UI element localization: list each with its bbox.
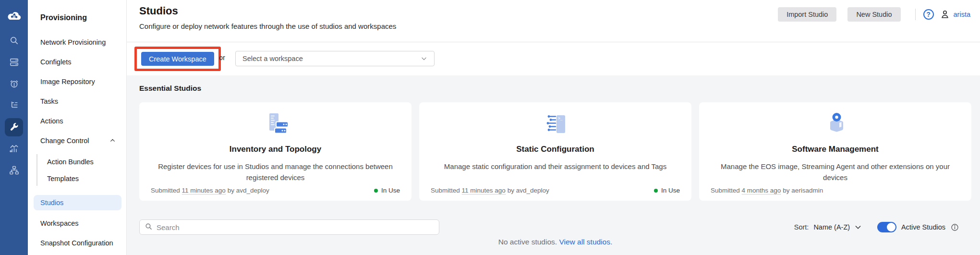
username-link[interactable]: arista xyxy=(954,11,970,18)
submitted-time[interactable]: 11 minutes ago xyxy=(182,187,226,194)
sidebar-item-change-control[interactable]: Change Control xyxy=(28,131,126,150)
studio-card-description: Register devices for use in Studios and … xyxy=(151,161,400,183)
section-heading: Essential Studios xyxy=(139,84,201,93)
sidebar: Provisioning Network Provisioning Config… xyxy=(28,0,127,255)
user-icon[interactable] xyxy=(940,9,950,20)
search-icon[interactable] xyxy=(0,30,28,51)
studio-cards: Inventory and Topology Register devices … xyxy=(139,102,971,201)
studio-card-title: Inventory and Topology xyxy=(230,145,321,154)
software-management-icon xyxy=(822,111,849,140)
dashboards-icon[interactable] xyxy=(0,138,28,159)
chevron-up-icon[interactable] xyxy=(109,137,116,144)
search-box[interactable] xyxy=(139,219,439,235)
cloudvision-logo[interactable] xyxy=(6,0,22,30)
submitted-info: Submitted 11 minutes ago by avd_deploy xyxy=(151,187,269,194)
help-icon[interactable]: ? xyxy=(923,9,934,20)
view-all-studios-link[interactable]: View all studios. xyxy=(559,238,612,246)
chevron-down-icon xyxy=(421,55,427,62)
workspace-bar: Create Workspace or Select a workspace xyxy=(127,42,980,75)
page-subtitle: Configure or deploy network features thr… xyxy=(139,22,396,30)
toggle-knob xyxy=(887,223,895,231)
studio-card-static-configuration[interactable]: >_ Static Configuration Manage static co… xyxy=(419,102,691,201)
workspace-select[interactable]: Select a workspace xyxy=(235,51,435,66)
tasks-icon[interactable] xyxy=(0,95,28,116)
in-use-dot-icon xyxy=(654,189,658,193)
sidebar-item-studios[interactable]: Studios xyxy=(34,195,121,210)
inventory-topology-icon xyxy=(262,111,289,140)
submitted-time[interactable]: 4 months ago xyxy=(742,187,781,194)
create-workspace-button[interactable]: Create Workspace xyxy=(141,52,214,66)
info-icon[interactable] xyxy=(950,223,959,232)
search-icon xyxy=(145,222,153,232)
search-input[interactable] xyxy=(157,223,434,231)
provisioning-wrench-icon[interactable] xyxy=(0,116,28,138)
events-icon[interactable] xyxy=(0,73,28,95)
sidebar-heading: Provisioning xyxy=(28,0,126,23)
status-badge: In Use xyxy=(374,187,400,194)
studio-card-title: Static Configuration xyxy=(516,145,594,154)
studio-card-footer: Submitted 11 minutes ago by avd_deploy I… xyxy=(431,187,680,194)
page-header: Studios Configure or deploy network feat… xyxy=(127,0,980,42)
highlight-annotation-box: Create Workspace xyxy=(134,47,221,71)
topology-icon[interactable] xyxy=(0,159,28,181)
studio-card-title: Software Management xyxy=(792,145,878,154)
submitted-info: Submitted 4 months ago by aerisadmin xyxy=(711,187,823,194)
subgroup-guide-line xyxy=(36,154,37,186)
sidebar-item-configlets[interactable]: Configlets xyxy=(28,52,126,72)
sidebar-nav-list: Network Provisioning Configlets Image Re… xyxy=(28,32,126,253)
main-content: Studios Configure or deploy network feat… xyxy=(127,0,980,255)
chevron-down-icon[interactable] xyxy=(854,223,862,231)
empty-message: No active studios. xyxy=(498,238,557,246)
studio-card-footer: Submitted 4 months ago by aerisadmin xyxy=(711,187,960,194)
workspace-select-placeholder: Select a workspace xyxy=(242,55,303,62)
sidebar-item-network-provisioning[interactable]: Network Provisioning xyxy=(28,32,126,52)
sidebar-item-templates[interactable]: Templates xyxy=(28,170,126,187)
page-title: Studios xyxy=(139,5,178,17)
studios-toolbar: Sort: Name (A-Z) Active Studios xyxy=(127,219,980,235)
submitted-time[interactable]: 11 minutes ago xyxy=(462,187,506,194)
header-actions: Import Studio New Studio ? arista xyxy=(778,7,970,22)
sidebar-item-image-repository[interactable]: Image Repository xyxy=(28,72,126,91)
devices-icon[interactable] xyxy=(0,51,28,73)
studio-card-description: Manage the EOS image, Streaming Agent an… xyxy=(711,161,960,183)
studio-card-footer: Submitted 11 minutes ago by avd_deploy I… xyxy=(151,187,400,194)
studio-card-description: Manage static configuration and their as… xyxy=(444,161,666,172)
studio-card-software-management[interactable]: Software Management Manage the EOS image… xyxy=(699,102,971,201)
sort-label: Sort: xyxy=(794,223,809,231)
sidebar-item-action-bundles[interactable]: Action Bundles xyxy=(28,153,126,170)
import-studio-button[interactable]: Import Studio xyxy=(778,7,836,22)
sort-filter-cluster: Sort: Name (A-Z) Active Studios xyxy=(794,219,959,235)
icon-rail xyxy=(0,0,28,255)
static-configuration-icon: >_ xyxy=(542,111,569,140)
app-root: Provisioning Network Provisioning Config… xyxy=(0,0,980,255)
header-divider xyxy=(915,9,916,20)
submitted-info: Submitted 11 minutes ago by avd_deploy xyxy=(431,187,549,194)
sort-value[interactable]: Name (A-Z) xyxy=(813,223,850,231)
sidebar-item-snapshot-configuration[interactable]: Snapshot Configuration xyxy=(28,233,126,253)
or-label: or xyxy=(219,54,225,61)
empty-state: No active studios. View all studios. xyxy=(139,238,971,246)
active-studios-toggle[interactable] xyxy=(877,222,896,232)
new-studio-button[interactable]: New Studio xyxy=(847,7,900,22)
sidebar-item-tasks[interactable]: Tasks xyxy=(28,91,126,111)
sidebar-item-actions[interactable]: Actions xyxy=(28,111,126,131)
status-badge: In Use xyxy=(654,187,680,194)
in-use-dot-icon xyxy=(374,189,378,193)
svg-text:>_: >_ xyxy=(558,116,563,121)
essential-studios-section: Essential Studios xyxy=(127,75,980,255)
sidebar-item-workspaces[interactable]: Workspaces xyxy=(28,213,126,233)
active-studios-label: Active Studios xyxy=(901,223,945,231)
studio-card-inventory-topology[interactable]: Inventory and Topology Register devices … xyxy=(139,102,411,201)
